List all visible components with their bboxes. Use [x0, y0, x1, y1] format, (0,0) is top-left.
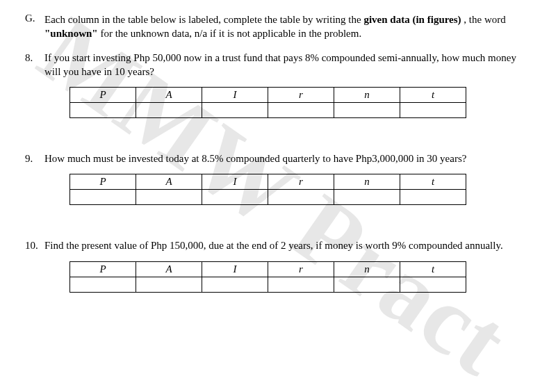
col-header-n: n: [334, 261, 400, 277]
col-header-t: t: [400, 88, 466, 103]
answer-cell[interactable]: [202, 103, 268, 118]
answer-cell[interactable]: [136, 103, 202, 118]
answer-cell[interactable]: [70, 103, 136, 118]
answer-cell[interactable]: [268, 277, 334, 292]
answer-cell[interactable]: [400, 103, 466, 118]
col-header-P: P: [70, 261, 136, 277]
col-header-I: I: [202, 174, 268, 190]
col-header-r: r: [268, 261, 334, 277]
answer-cell[interactable]: [70, 190, 136, 205]
col-header-r: r: [268, 88, 334, 103]
answer-cell[interactable]: [334, 103, 400, 118]
table-header-row: P A I r n t: [70, 174, 466, 190]
col-header-I: I: [202, 88, 268, 103]
section-bold-2: "unknown": [44, 28, 98, 39]
problem-10: 10. Find the present value of Php 150,00…: [25, 238, 524, 292]
section-text-1: Each column in the table below is labele…: [44, 14, 363, 25]
col-header-r: r: [268, 174, 334, 190]
answer-cell[interactable]: [202, 277, 268, 292]
col-header-t: t: [400, 261, 466, 277]
col-header-A: A: [136, 261, 202, 277]
section-text-3: for the unknown data, n/a if it is not a…: [100, 28, 361, 39]
answer-cell[interactable]: [268, 103, 334, 118]
table-header-row: P A I r n t: [70, 261, 466, 277]
answer-cell[interactable]: [400, 277, 466, 292]
problem-text: Find the present value of Php 150,000, d…: [44, 238, 524, 252]
section-letter: G.: [25, 13, 44, 41]
section-bold-1: given data (in figures): [363, 14, 461, 25]
col-header-P: P: [70, 174, 136, 190]
table-row: [70, 277, 466, 292]
table-row: [70, 103, 466, 118]
problem-9: 9. How much must be invested today at 8.…: [25, 152, 524, 205]
col-header-I: I: [202, 261, 268, 277]
table-row: [70, 190, 466, 205]
answer-cell[interactable]: [334, 277, 400, 292]
answer-cell[interactable]: [268, 190, 334, 205]
section-text-2: , the word: [464, 14, 505, 25]
problem-number: 10.: [25, 238, 44, 252]
section-instruction: Each column in the table below is labele…: [44, 13, 524, 41]
table-header-row: P A I r n t: [70, 88, 466, 103]
problem-number: 9.: [25, 152, 44, 165]
answer-table-9: P A I r n t: [69, 174, 466, 205]
answer-cell[interactable]: [334, 190, 400, 205]
answer-table-10: P A I r n t: [69, 261, 466, 293]
section-g: G. Each column in the table below is lab…: [25, 13, 524, 41]
col-header-A: A: [136, 88, 202, 103]
problem-text: If you start investing Php 50,000 now in…: [44, 51, 524, 79]
problem-number: 8.: [25, 51, 44, 79]
col-header-A: A: [136, 174, 202, 190]
col-header-P: P: [70, 88, 136, 103]
col-header-t: t: [400, 174, 466, 190]
answer-cell[interactable]: [400, 190, 466, 205]
problem-8: 8. If you start investing Php 50,000 now…: [25, 51, 524, 119]
answer-cell[interactable]: [136, 190, 202, 205]
worksheet-content: G. Each column in the table below is lab…: [25, 13, 524, 293]
col-header-n: n: [334, 88, 400, 103]
answer-cell[interactable]: [70, 277, 136, 292]
answer-cell[interactable]: [202, 190, 268, 205]
col-header-n: n: [334, 174, 400, 190]
answer-cell[interactable]: [136, 277, 202, 292]
answer-table-8: P A I r n t: [69, 87, 466, 118]
problem-text: How much must be invested today at 8.5% …: [44, 152, 524, 165]
